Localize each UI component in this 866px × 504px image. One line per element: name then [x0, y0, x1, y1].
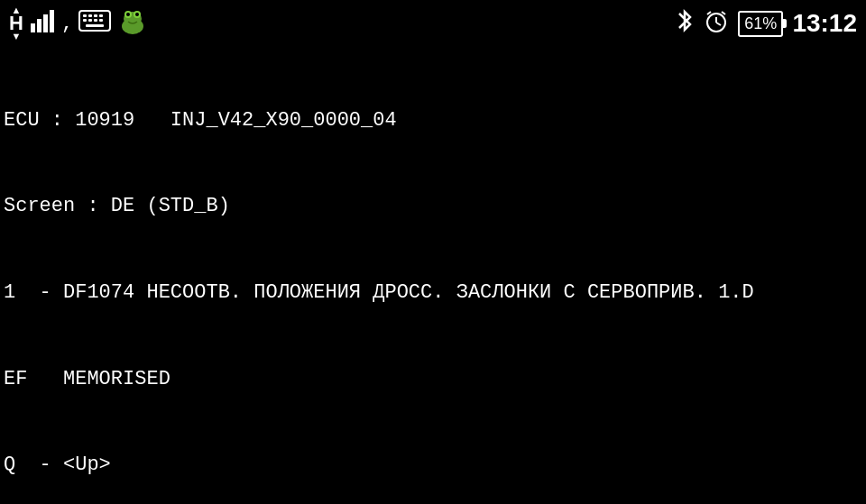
battery-indicator: 61%	[738, 11, 783, 37]
terminal-output: ECU : 10919 INJ_V42_X90_0000_04 Screen :…	[0, 47, 866, 504]
svg-line-23	[707, 12, 711, 14]
svg-rect-5	[83, 14, 87, 17]
svg-rect-2	[43, 14, 48, 32]
keyboard-icon	[78, 10, 111, 38]
svg-rect-8	[99, 14, 103, 17]
terminal-line-2: Screen : DE (STD_B)	[4, 192, 862, 221]
terminal-line-3: 1 - DF1074 НЕСООТВ. ПОЛОЖЕНИЯ ДРОСС. ЗАС…	[4, 279, 862, 307]
h-indicator-icon: ▲ H ▼	[9, 4, 23, 43]
svg-rect-1	[37, 19, 41, 32]
svg-rect-9	[83, 19, 87, 22]
comma-separator: ,	[61, 13, 73, 35]
signal-bars-icon	[29, 7, 56, 41]
svg-rect-13	[86, 24, 104, 27]
terminal-line-4: EF MEMORISED	[4, 365, 862, 394]
svg-line-22	[716, 23, 721, 25]
svg-rect-6	[88, 14, 92, 17]
arrow-up-icon: ▲	[12, 5, 22, 15]
battery-percent: 61%	[744, 14, 777, 33]
clock-display: 13:12	[792, 9, 857, 38]
bluetooth-icon	[675, 8, 695, 40]
svg-point-19	[135, 13, 139, 16]
svg-rect-7	[94, 14, 97, 17]
status-right-icons: 61% 13:12	[675, 8, 857, 40]
svg-rect-11	[94, 19, 97, 22]
svg-rect-3	[50, 10, 54, 32]
svg-point-18	[126, 13, 130, 16]
alarm-clock-icon	[704, 8, 729, 40]
status-bar: ▲ H ▼ ,	[0, 0, 866, 47]
terminal-line-1: ECU : 10919 INJ_V42_X90_0000_04	[4, 106, 862, 135]
svg-rect-12	[99, 19, 103, 22]
arrow-down-icon: ▼	[12, 32, 22, 41]
svg-rect-0	[31, 23, 35, 32]
svg-line-24	[722, 12, 725, 14]
status-left-icons: ▲ H ▼ ,	[9, 4, 149, 43]
terminal-line-5: Q - <Up>	[4, 451, 862, 480]
svg-rect-10	[88, 19, 92, 22]
frog-icon	[116, 5, 149, 43]
